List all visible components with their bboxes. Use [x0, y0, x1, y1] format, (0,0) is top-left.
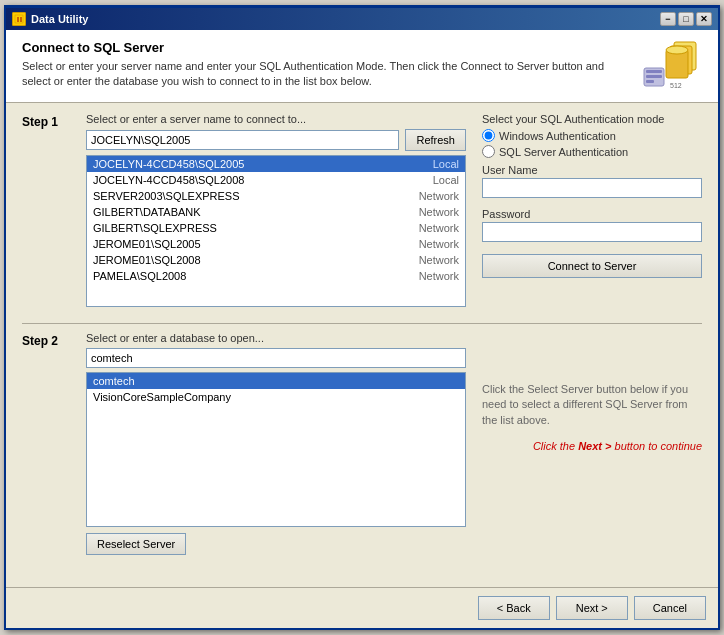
list-item[interactable]: PAMELA\SQL2008Network	[87, 268, 465, 284]
list-item[interactable]: SERVER2003\SQLEXPRESSNetwork	[87, 188, 465, 204]
next-button[interactable]: Next >	[556, 596, 628, 620]
step2-left: Select or enter a database to open... co…	[86, 332, 466, 555]
list-item[interactable]: JEROME01\SQL2008Network	[87, 252, 465, 268]
next-prompt: Click the Next > button to continue	[482, 440, 702, 452]
header-description: Select or enter your server name and ent…	[22, 59, 632, 90]
header: Connect to SQL Server Select or enter yo…	[6, 30, 718, 103]
header-icon: 512	[642, 40, 702, 92]
server-input-row: Refresh	[86, 129, 466, 151]
reselect-server-button[interactable]: Reselect Server	[86, 533, 186, 555]
list-item[interactable]: JOCELYN-4CCD458\SQL2005Local	[87, 156, 465, 172]
window-title: Data Utility	[31, 13, 88, 25]
svg-rect-10	[646, 80, 654, 83]
database-list[interactable]: comtechVisionCoreSampleCompany	[86, 372, 466, 527]
back-button[interactable]: < Back	[478, 596, 550, 620]
sql-auth-row: SQL Server Authentication	[482, 145, 702, 158]
password-label: Password	[482, 208, 702, 220]
list-item[interactable]: JEROME01\SQL2005Network	[87, 236, 465, 252]
list-item[interactable]: GILBERT\DATABANKNetwork	[87, 204, 465, 220]
server-input[interactable]	[86, 130, 399, 150]
step2-right: Click the Select Server button below if …	[482, 332, 702, 555]
close-button[interactable]: ✕	[696, 12, 712, 26]
username-label: User Name	[482, 164, 702, 176]
step1-right: Select your SQL Authentication mode Wind…	[482, 113, 702, 307]
header-text: Connect to SQL Server Select or enter yo…	[22, 40, 632, 90]
step2-section: Step 2 Select or enter a database to ope…	[22, 332, 702, 555]
list-item[interactable]: VisionCoreSampleCompany	[87, 389, 465, 405]
cancel-button[interactable]: Cancel	[634, 596, 706, 620]
database-input[interactable]	[86, 348, 466, 368]
title-bar-controls: − □ ✕	[660, 12, 712, 26]
password-input[interactable]	[482, 222, 702, 242]
username-input[interactable]	[482, 178, 702, 198]
minimize-button[interactable]: −	[660, 12, 676, 26]
list-item[interactable]: comtech	[87, 373, 465, 389]
server-list[interactable]: JOCELYN-4CCD458\SQL2005LocalJOCELYN-4CCD…	[86, 155, 466, 307]
auth-section: Windows Authentication SQL Server Authen…	[482, 129, 702, 158]
connect-button[interactable]: Connect to Server	[482, 254, 702, 278]
sql-auth-label: SQL Server Authentication	[499, 146, 628, 158]
main-window: Data Utility − □ ✕ Connect to SQL Server…	[4, 5, 720, 630]
svg-rect-9	[646, 75, 662, 78]
svg-point-6	[666, 46, 688, 54]
title-bar: Data Utility − □ ✕	[6, 8, 718, 30]
windows-auth-row: Windows Authentication	[482, 129, 702, 142]
section-divider	[22, 323, 702, 324]
step2-instruction: Select or enter a database to open...	[86, 332, 466, 344]
list-item[interactable]: JOCELYN-4CCD458\SQL2008Local	[87, 172, 465, 188]
next-prompt-text: Click the Next > button to continue	[533, 440, 702, 452]
sql-auth-radio[interactable]	[482, 145, 495, 158]
window-icon	[12, 12, 26, 26]
step2-label: Step 2	[22, 332, 70, 555]
step1-left: Select or enter a server name to connect…	[86, 113, 466, 307]
list-item[interactable]: GILBERT\SQLEXPRESSNetwork	[87, 220, 465, 236]
page-title: Connect to SQL Server	[22, 40, 632, 55]
windows-auth-label: Windows Authentication	[499, 130, 616, 142]
content-area: Step 1 Select or enter a server name to …	[6, 103, 718, 587]
windows-auth-radio[interactable]	[482, 129, 495, 142]
svg-rect-8	[646, 70, 662, 73]
svg-text:512: 512	[670, 82, 682, 89]
svg-rect-2	[20, 17, 22, 22]
auth-title: Select your SQL Authentication mode	[482, 113, 702, 125]
svg-rect-1	[17, 17, 19, 22]
step1-label: Step 1	[22, 113, 70, 307]
step1-section: Step 1 Select or enter a server name to …	[22, 113, 702, 307]
step2-right-text: Click the Select Server button below if …	[482, 382, 702, 428]
footer: < Back Next > Cancel	[6, 587, 718, 628]
refresh-button[interactable]: Refresh	[405, 129, 466, 151]
maximize-button[interactable]: □	[678, 12, 694, 26]
step1-instruction: Select or enter a server name to connect…	[86, 113, 466, 125]
